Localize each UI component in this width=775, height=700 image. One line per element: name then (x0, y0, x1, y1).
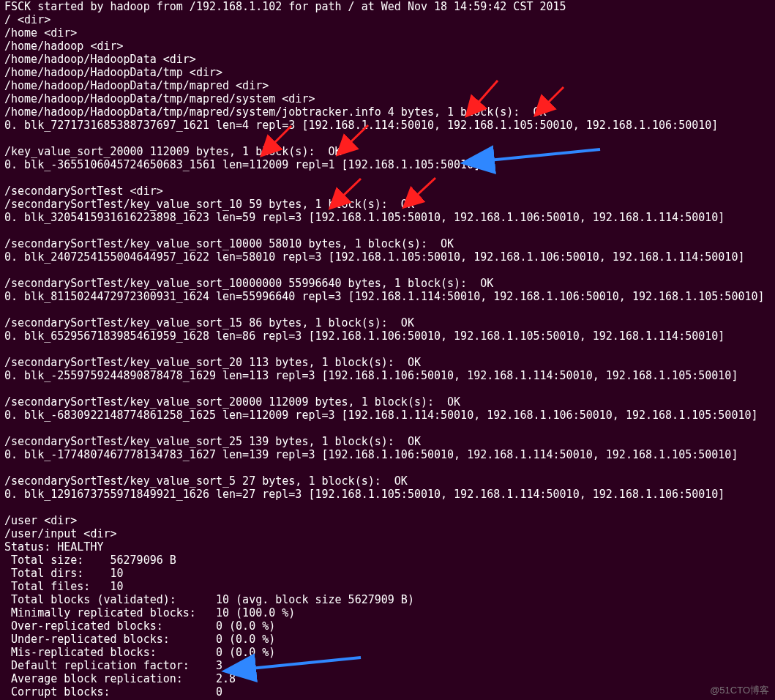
watermark-text: @51CTO博客 (710, 684, 769, 697)
terminal-output: FSCK started by hadoop from /192.168.1.1… (0, 0, 775, 699)
